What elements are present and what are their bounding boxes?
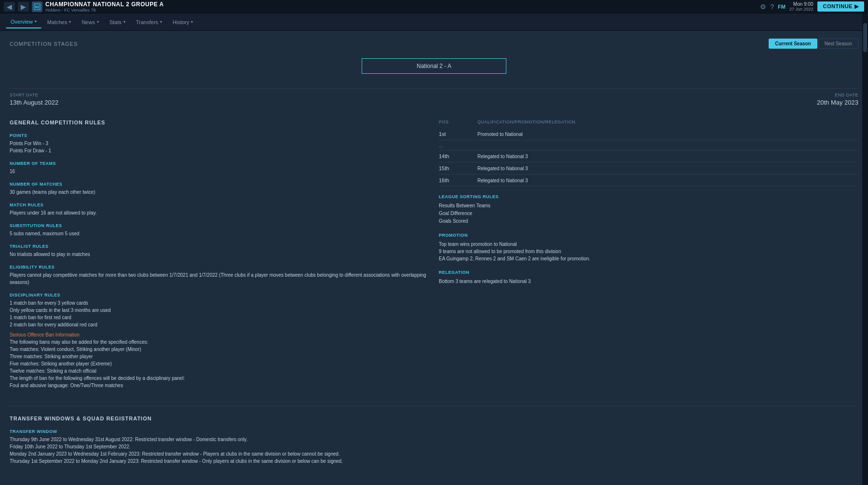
- num-matches-label: NUMBER OF MATCHES: [10, 182, 429, 187]
- qual-row-14th: 14th Relegated to National 3: [439, 150, 858, 162]
- nav-overview[interactable]: Overview ▾: [6, 16, 41, 28]
- trialist-rules-block: TRIALIST RULES No trialists allowed to p…: [10, 244, 429, 258]
- start-date-block: START DATE 13th August 2022: [10, 93, 58, 106]
- qual-desc-14: Relegated to National 3: [477, 154, 858, 159]
- match-rules-value: Players under 16 are not allowed to play…: [10, 209, 429, 216]
- stage-container: National 2 - A: [10, 58, 858, 74]
- continue-button[interactable]: CONTINUE ▶: [817, 1, 865, 12]
- qual-desc-16: Relegated to National 3: [477, 178, 858, 183]
- qual-desc-15: Relegated to National 3: [477, 166, 858, 171]
- qual-row-1st: 1st Promoted to National: [439, 128, 858, 140]
- relegation-label: RELEGATION: [439, 270, 858, 275]
- serious-line-3: Three matches: Striking another player: [10, 353, 429, 360]
- qual-header: POS QUALIFICATION/PROMOTION/RELEGATION: [439, 120, 858, 124]
- top-bar-left: ◀ ▶ N2 CHAMPIONNAT NATIONAL 2 GROUPE A H…: [4, 1, 164, 13]
- transfer-window-block: TRANSFER WINDOW Thursday 9th June 2022 t…: [10, 429, 858, 465]
- sorting-rule-1: Results Between Teams: [439, 202, 858, 210]
- settings-icon[interactable]: ⚙: [760, 3, 766, 11]
- back-button[interactable]: ◀: [4, 2, 15, 12]
- eligibility-rules-block: ELIGIBILITY RULES Players cannot play co…: [10, 265, 429, 286]
- nav-transfers[interactable]: Transfers ▾: [131, 16, 167, 28]
- sorting-rule-2: Goal Difference: [439, 210, 858, 217]
- qual-pos-16: 16th: [439, 177, 477, 183]
- svg-text:N2: N2: [35, 5, 40, 9]
- num-teams-label: NUMBER OF TEAMS: [10, 161, 429, 166]
- rules-right: POS QUALIFICATION/PROMOTION/RELEGATION 1…: [439, 120, 858, 396]
- promotion-line-3: EA Guingamp 2, Rennes 2 and SM Caen 2 ar…: [439, 255, 858, 262]
- eligibility-rules-value: Players cannot play competitive matches …: [10, 271, 429, 286]
- competition-name: CHAMPIONNAT NATIONAL 2 GROUPE A: [45, 1, 164, 8]
- qual-pos-14: 14th: [439, 153, 477, 159]
- chevron-down-icon: ▾: [97, 20, 99, 24]
- disc-line-3: 1 match ban for first red card: [10, 314, 429, 321]
- transfer-title: TRANSFER WINDOWS & SQUAD REGISTRATION: [10, 416, 858, 421]
- competition-title-block: CHAMPIONNAT NATIONAL 2 GROUPE A Holders …: [45, 1, 164, 13]
- transfer-window-line-3: Monday 2nd January 2023 to Wednesday 1st…: [10, 450, 858, 458]
- scroll-thumb[interactable]: [863, 23, 867, 52]
- qual-pos-sep: ...: [439, 142, 477, 148]
- start-date-label: START DATE: [10, 93, 58, 97]
- end-date-label: END DATE: [817, 93, 858, 97]
- transfer-window-line-4: Thursday 1st September 2022 to Monday 2n…: [10, 458, 858, 465]
- qual-pos-1: 1st: [439, 131, 477, 137]
- sub-rules-value: 5 subs named, maximum 5 used: [10, 230, 429, 237]
- trialist-rules-label: TRIALIST RULES: [10, 244, 429, 249]
- top-bar-right: ⚙ ? FM Mon 9:00 27 Jun 2022 CONTINUE ▶: [760, 1, 864, 12]
- chevron-down-icon: ▾: [35, 19, 37, 24]
- serious-offence-label: Serious Offence Ban Information: [10, 331, 429, 338]
- qual-pos-15: 15th: [439, 165, 477, 171]
- transfer-section: TRANSFER WINDOWS & SQUAD REGISTRATION TR…: [10, 416, 858, 465]
- nav-stats[interactable]: Stats ▾: [105, 16, 130, 28]
- stage-box: National 2 - A: [362, 58, 506, 74]
- serious-line-6: The length of ban for the following offe…: [10, 375, 429, 382]
- season-buttons: Current Season Next Season: [769, 39, 858, 49]
- time-display: Mon 9:00: [789, 1, 814, 7]
- date-value: 27 Jun 2022: [789, 7, 814, 12]
- qual-row-16th: 16th Relegated to National 3: [439, 175, 858, 187]
- general-rules-heading: GENERAL COMPETITION RULES: [10, 120, 429, 125]
- forward-button[interactable]: ▶: [18, 2, 29, 12]
- competition-logo: N2: [32, 1, 42, 12]
- serious-line-2: Two matches: Violent conduct, Striking a…: [10, 346, 429, 353]
- transfer-window-line-2: Friday 10th June 2022 to Thursday 1st Se…: [10, 443, 858, 450]
- nav-news[interactable]: News ▾: [77, 16, 104, 28]
- serious-line-1: The following bans may also be added for…: [10, 338, 429, 346]
- sorting-rule-3: Goals Scored: [439, 217, 858, 225]
- nav-history[interactable]: History ▾: [168, 16, 198, 28]
- match-rules-block: MATCH RULES Players under 16 are not all…: [10, 202, 429, 216]
- eligibility-rules-label: ELIGIBILITY RULES: [10, 265, 429, 269]
- scrollbar[interactable]: [862, 13, 868, 485]
- end-date-value: 20th May 2023: [817, 99, 858, 106]
- league-sorting-label: LEAGUE SORTING RULES: [439, 194, 858, 199]
- nav-bar: Overview ▾ Matches ▾ News ▾ Stats ▾ Tran…: [0, 13, 868, 31]
- start-date-value: 13th August 2022: [10, 99, 58, 106]
- fm-logo: FM: [778, 4, 786, 10]
- promotion-line-1: Top team wins promotion to National: [439, 241, 858, 248]
- section-title: COMPETITION STAGES: [10, 41, 78, 47]
- serious-line-5: Twelve matches: Striking a match officia…: [10, 367, 429, 375]
- dates-row: START DATE 13th August 2022 END DATE 20t…: [10, 88, 858, 110]
- disciplinary-rules-label: DISCIPLINARY RULES: [10, 293, 429, 297]
- num-matches-value: 30 games (teams play each other twice): [10, 189, 429, 196]
- next-season-button[interactable]: Next Season: [818, 39, 858, 49]
- current-season-button[interactable]: Current Season: [769, 39, 817, 49]
- num-teams-block: NUMBER OF TEAMS 16: [10, 161, 429, 175]
- num-matches-block: NUMBER OF MATCHES 30 games (teams play e…: [10, 182, 429, 196]
- stage-name: National 2 - A: [417, 63, 451, 69]
- qual-table: POS QUALIFICATION/PROMOTION/RELEGATION 1…: [439, 120, 858, 187]
- relegation-value: Bottom 3 teams are relegated to National…: [439, 278, 858, 285]
- points-block: POINTS Points For Win - 3 Points For Dra…: [10, 133, 429, 154]
- help-icon[interactable]: ?: [770, 3, 774, 11]
- points-value-2: Points For Draw - 1: [10, 147, 429, 154]
- serious-line-7: Foul and abusive language: One/Two/Three…: [10, 382, 429, 389]
- disc-line-1: 1 match ban for every 3 yellow cards: [10, 299, 429, 307]
- sub-rules-block: SUBSTITUTION RULES 5 subs named, maximum…: [10, 223, 429, 237]
- num-teams-value: 16: [10, 168, 429, 175]
- top-bar: ◀ ▶ N2 CHAMPIONNAT NATIONAL 2 GROUPE A H…: [0, 0, 868, 13]
- nav-matches[interactable]: Matches ▾: [42, 16, 76, 28]
- chevron-down-icon: ▾: [160, 20, 162, 24]
- promotion-label: PROMOTION: [439, 233, 858, 238]
- section-header: COMPETITION STAGES Current Season Next S…: [10, 39, 858, 49]
- qual-desc-1: Promoted to National: [477, 132, 858, 137]
- competition-holder: Holders - FC Versailles 78: [45, 8, 164, 13]
